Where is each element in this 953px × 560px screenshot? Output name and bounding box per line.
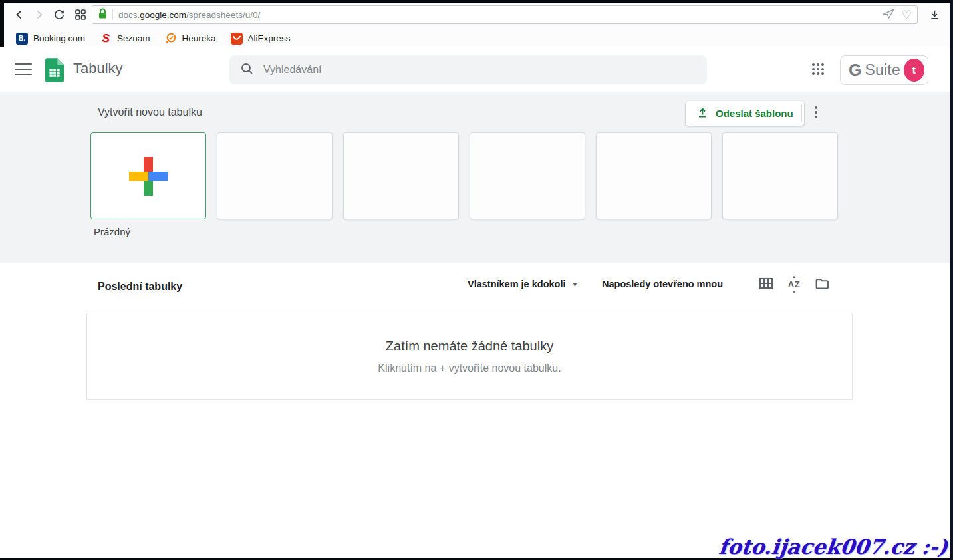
address-bar[interactable]: docs.google.com/spreadsheets/u/0/ ♡: [92, 5, 918, 24]
share-send-icon[interactable]: [882, 8, 895, 22]
template-card-placeholder[interactable]: [217, 132, 333, 219]
bookmark-booking[interactable]: B. Booking.com: [9, 33, 92, 45]
bookmark-label: AliExpress: [248, 33, 291, 43]
template-gallery-section: Vytvořit novou tabulku Odeslat šablonu: [0, 92, 950, 263]
url-domain: google.com: [140, 10, 186, 20]
grid-view-icon: [759, 277, 773, 293]
forward-icon: [35, 10, 44, 19]
kebab-icon: [815, 106, 817, 121]
sort-button[interactable]: AZ ▲ ▼: [785, 276, 803, 293]
template-card-placeholder[interactable]: [343, 132, 459, 219]
browser-chrome: docs.google.com/spreadsheets/u/0/ ♡: [0, 3, 953, 47]
window-border-top: [0, 0, 953, 3]
last-opened-filter[interactable]: Naposledy otevřeno mnou: [602, 279, 723, 289]
sheets-app-header: Tabulky G: [0, 47, 950, 92]
account-avatar[interactable]: t: [904, 59, 924, 82]
empty-state-subtitle: Kliknutím na + vytvoříte novou tabulku.: [378, 362, 561, 374]
sheets-logo-icon[interactable]: [45, 58, 64, 85]
downloads-button[interactable]: [924, 3, 944, 27]
template-section-title: Vytvořit novou tabulku: [98, 106, 202, 118]
address-bar-actions: ♡: [882, 8, 912, 22]
open-file-picker-button[interactable]: [813, 276, 831, 293]
aliexpress-icon: [231, 33, 243, 45]
back-button[interactable]: [9, 3, 29, 27]
seznam-icon: S: [100, 33, 112, 45]
template-card-placeholder[interactable]: [596, 132, 712, 219]
template-card-placeholder[interactable]: [722, 132, 838, 219]
bookmark-heart-icon[interactable]: ♡: [902, 9, 912, 21]
blank-spreadsheet-card[interactable]: [90, 132, 206, 219]
url-path: /spreadsheets/u/0/: [186, 10, 260, 20]
grid-view-button[interactable]: [757, 276, 775, 293]
bookmark-heureka[interactable]: Heureka: [158, 33, 223, 45]
bookmark-label: Booking.com: [33, 33, 85, 43]
forward-button[interactable]: [29, 3, 49, 27]
reload-icon: [53, 9, 65, 21]
back-icon: [15, 10, 24, 19]
speed-dial-button[interactable]: [70, 3, 90, 27]
gsuite-label: Suite: [865, 61, 900, 79]
sort-az-icon: AZ ▲ ▼: [786, 277, 802, 293]
search-icon: [240, 62, 254, 78]
google-apps-button[interactable]: [809, 62, 827, 79]
search-input[interactable]: [263, 64, 696, 76]
bookmark-label: Seznam: [117, 33, 150, 43]
toolbar-divider: [801, 105, 802, 122]
gsuite-g-logo: G: [849, 61, 861, 80]
bookmark-label: Heureka: [182, 33, 216, 43]
search-bar[interactable]: [229, 55, 707, 84]
template-menu-button[interactable]: [808, 104, 824, 124]
url-text: docs.google.com/spreadsheets/u/0/: [118, 10, 260, 20]
submit-template-label: Odeslat šablonu: [716, 108, 793, 119]
apps-grid-icon: [811, 62, 825, 79]
owner-filter-dropdown[interactable]: Vlastníkem je kdokoli ▼: [468, 279, 578, 289]
browser-toolbar: docs.google.com/spreadsheets/u/0/ ♡: [4, 3, 950, 27]
app-title[interactable]: Tabulky: [73, 60, 123, 77]
secure-lock-icon: [98, 8, 108, 22]
photo-watermark: foto.ijacek007.cz :-): [718, 535, 949, 559]
recent-section-title: Poslední tabulky: [98, 281, 182, 293]
url-subdomain: docs.: [118, 10, 140, 20]
blank-card-label: Prázdný: [94, 226, 130, 237]
window-border-right: [950, 0, 953, 560]
main-menu-button[interactable]: [15, 62, 32, 76]
download-icon: [928, 9, 941, 21]
owner-filter-label: Vlastníkem je kdokoli: [468, 279, 565, 289]
submit-template-button[interactable]: Odeslat šablonu: [686, 101, 804, 126]
tiles-icon: [74, 9, 86, 21]
hamburger-icon: [15, 63, 32, 65]
last-opened-label: Naposledy otevřeno mnou: [602, 279, 723, 289]
folder-icon: [815, 277, 829, 293]
reload-button[interactable]: [49, 3, 69, 27]
empty-state-panel: Zatím nemáte žádné tabulky Kliknutím na …: [86, 313, 853, 400]
new-spreadsheet-plus-icon: [129, 157, 168, 196]
browser-window: docs.google.com/spreadsheets/u/0/ ♡: [0, 0, 953, 560]
bookmarks-bar: B. Booking.com S Seznam Heureka: [4, 27, 950, 49]
upload-icon: [696, 106, 709, 121]
bookmark-seznam[interactable]: S Seznam: [92, 33, 158, 45]
booking-icon: B.: [16, 33, 28, 45]
gsuite-badge: G Suite t: [840, 55, 928, 85]
heureka-icon: [165, 33, 177, 45]
empty-state-title: Zatím nemáte žádné tabulky: [386, 339, 553, 354]
template-card-placeholder[interactable]: [470, 132, 585, 219]
chevron-down-icon: ▼: [571, 281, 578, 288]
address-divider: [112, 9, 113, 20]
window-border-left: [0, 0, 4, 47]
bookmark-aliexpress[interactable]: AliExpress: [223, 33, 298, 45]
